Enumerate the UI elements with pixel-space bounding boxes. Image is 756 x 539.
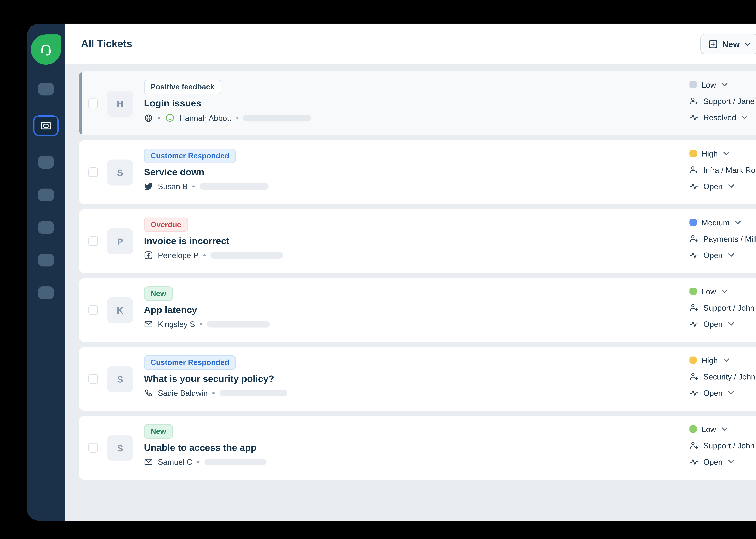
priority-select[interactable]: Low xyxy=(690,424,756,434)
assign-agent-icon xyxy=(690,96,699,106)
status-select[interactable]: Open xyxy=(690,181,756,192)
meta-skeleton xyxy=(220,390,287,396)
new-ticket-button[interactable]: New xyxy=(701,34,756,54)
sidebar-item-placeholder[interactable] xyxy=(38,189,54,201)
ticket-main: Positive feedback Login issues Hannah Ab… xyxy=(144,71,311,135)
ticket-properties: Low Support / Jane D Resolved xyxy=(690,79,756,123)
status-label: Open xyxy=(704,319,722,329)
ticket-meta: Samuel C xyxy=(144,457,266,467)
ticket-main: New Unable to access the app Samuel C xyxy=(144,416,266,480)
phone-icon xyxy=(144,389,153,398)
status-select[interactable]: Open xyxy=(690,318,756,329)
sidebar-item-placeholder[interactable] xyxy=(38,254,54,267)
status-pulse-icon xyxy=(690,457,699,466)
row-checkbox[interactable] xyxy=(88,99,98,108)
priority-label: High xyxy=(702,149,718,158)
contact-name: Hannah Abbott xyxy=(179,113,231,122)
status-pulse-icon xyxy=(690,113,699,122)
facebook-icon xyxy=(144,251,153,260)
priority-select[interactable]: Low xyxy=(690,79,756,90)
assignment-select[interactable]: Payments / Millie Brown xyxy=(690,233,756,244)
ticket-properties: High Infra / Mark Roe Open xyxy=(690,148,756,192)
row-checkbox[interactable] xyxy=(88,374,98,384)
status-select[interactable]: Open xyxy=(690,456,756,467)
ticket-row[interactable]: S New Unable to access the app Samuel C … xyxy=(79,416,756,480)
status-select[interactable]: Open xyxy=(690,387,756,398)
chevron-down-icon xyxy=(735,221,741,224)
ticket-row[interactable]: S Customer Responded Service down Susan … xyxy=(79,140,756,204)
ticket-title[interactable]: Invoice is incorrect xyxy=(144,236,283,247)
priority-select[interactable]: High xyxy=(690,355,756,365)
row-checkbox[interactable] xyxy=(88,305,98,315)
meta-separator-dot xyxy=(158,117,160,119)
channel-icons xyxy=(144,457,153,467)
status-badge: Positive feedback xyxy=(144,80,221,94)
ticket-row[interactable]: K New App latency Kingsley S Low xyxy=(79,278,756,342)
ticket-meta: Susan B xyxy=(144,182,268,191)
ticket-properties: Medium Payments / Millie Brown Open xyxy=(690,217,756,261)
chevron-down-icon xyxy=(721,289,727,293)
status-badge: Customer Responded xyxy=(144,355,236,370)
priority-select[interactable]: Medium xyxy=(690,217,756,228)
status-pulse-icon xyxy=(690,251,699,260)
assign-agent-icon xyxy=(690,372,699,381)
status-select[interactable]: Open xyxy=(690,250,756,261)
row-checkbox[interactable] xyxy=(88,443,98,453)
app-window: All Tickets New xyxy=(27,24,756,521)
assign-icon-slot xyxy=(690,441,699,450)
ticket-row[interactable]: P Overdue Invoice is incorrect Penelope … xyxy=(79,209,756,273)
sidebar-item-tickets[interactable] xyxy=(33,116,59,136)
sidebar-item-placeholder[interactable] xyxy=(38,156,54,169)
priority-select[interactable]: Low xyxy=(690,286,756,297)
status-select[interactable]: Resolved xyxy=(690,112,756,123)
chevron-down-icon xyxy=(728,460,734,463)
priority-color-square xyxy=(690,356,697,364)
email-icon xyxy=(144,457,153,467)
ticket-title[interactable]: App latency xyxy=(144,305,270,315)
row-checkbox[interactable] xyxy=(88,167,98,177)
requester-avatar: S xyxy=(107,435,133,461)
sidebar-item-placeholder[interactable] xyxy=(38,83,54,96)
ticket-title[interactable]: Login issues xyxy=(144,98,311,109)
new-button-label: New xyxy=(722,39,740,49)
chevron-down-icon xyxy=(728,253,734,257)
sidebar-item-placeholder[interactable] xyxy=(38,221,54,234)
status-icon-slot xyxy=(690,388,699,397)
ticket-title[interactable]: What is your security policy? xyxy=(144,373,287,384)
assignment-select[interactable]: Security / John Doe xyxy=(690,371,756,382)
channel-icons xyxy=(144,113,174,123)
ticket-title[interactable]: Unable to access the app xyxy=(144,442,266,453)
assignment-select[interactable]: Support / Jane D xyxy=(690,96,756,106)
assignment-select[interactable]: Support / John Doe xyxy=(690,440,756,451)
assign-agent-icon xyxy=(690,165,699,174)
status-icon-slot xyxy=(690,457,699,466)
priority-color-square xyxy=(690,288,697,295)
ticket-title[interactable]: Service down xyxy=(144,167,268,178)
assignment-select[interactable]: Infra / Mark Roe xyxy=(690,164,756,175)
ticket-row[interactable]: H Positive feedback Login issues Hannah … xyxy=(79,71,756,135)
page-title: All Tickets xyxy=(81,38,132,50)
channel-icons xyxy=(144,182,153,191)
meta-separator-dot xyxy=(236,117,238,119)
ticket-row[interactable]: S Customer Responded What is your securi… xyxy=(79,347,756,411)
app-logo[interactable] xyxy=(31,35,61,65)
assignment-label: Payments / Millie Brown xyxy=(704,234,756,243)
twitter-icon xyxy=(144,182,153,191)
chevron-down-icon xyxy=(723,152,729,155)
meta-skeleton xyxy=(210,252,283,259)
sidebar-item-placeholder[interactable] xyxy=(38,286,54,299)
plus-square-icon xyxy=(709,39,718,49)
priority-color-square xyxy=(690,150,697,157)
row-checkbox[interactable] xyxy=(88,236,98,246)
priority-label: Medium xyxy=(702,218,729,227)
requester-avatar: H xyxy=(107,90,133,116)
channel-icons xyxy=(144,389,153,398)
status-icon-slot xyxy=(690,113,699,122)
priority-select[interactable]: High xyxy=(690,148,756,159)
meta-skeleton xyxy=(243,115,311,121)
status-label: Open xyxy=(704,388,722,397)
assignment-select[interactable]: Support / John Doe xyxy=(690,302,756,313)
channel-icons xyxy=(144,320,153,329)
status-icon-slot xyxy=(690,182,699,191)
priority-label: Low xyxy=(702,80,716,89)
